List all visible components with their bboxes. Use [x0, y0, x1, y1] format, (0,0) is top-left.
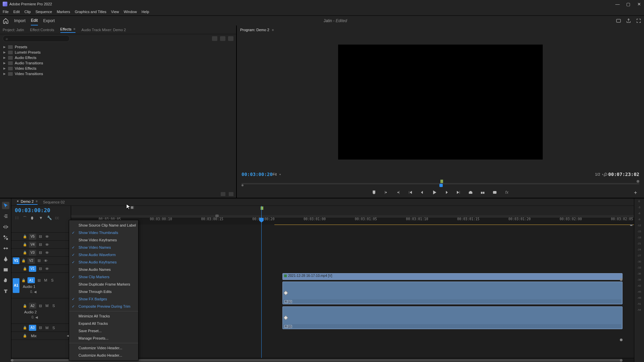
settings-wrench-icon[interactable]: [603, 172, 608, 177]
marker-flag-icon[interactable]: ▼: [39, 216, 44, 220]
captions-icon[interactable]: cc: [55, 216, 60, 220]
sequence-tab-seq02[interactable]: Sequence 02: [43, 200, 65, 204]
source-patch-v1[interactable]: V1: [13, 257, 19, 264]
maximize-button[interactable]: ▢: [626, 2, 631, 6]
panel-menu-icon[interactable]: ≡: [272, 28, 274, 32]
32bit-badge-icon[interactable]: [220, 36, 225, 41]
go-to-in-button[interactable]: [408, 190, 413, 195]
menu-item[interactable]: Show Video Keyframes: [69, 236, 138, 244]
workspace-tab-export[interactable]: Export: [43, 16, 55, 25]
out-point-handle[interactable]: [630, 225, 633, 226]
keyframe-icon[interactable]: [283, 315, 288, 320]
close-icon[interactable]: ×: [17, 199, 19, 203]
quick-export-icon[interactable]: [616, 18, 621, 23]
menu-graphics[interactable]: Graphics and Titles: [75, 10, 106, 14]
menu-item[interactable]: ✓Show Video Thumbnails: [69, 229, 138, 236]
tree-item-presets[interactable]: ▶Presets: [0, 44, 236, 50]
lock-icon[interactable]: 🔒: [22, 251, 28, 254]
snap-icon[interactable]: ⸽⸽: [15, 216, 19, 220]
extract-button[interactable]: [480, 190, 485, 195]
menu-item[interactable]: Minimize All Tracks: [69, 312, 138, 320]
track-target[interactable]: A2: [29, 303, 36, 309]
workspace-tab-edit[interactable]: Edit: [31, 16, 38, 25]
resolution-select[interactable]: 1/2▾: [595, 172, 603, 176]
menu-item[interactable]: Show Through Edits: [69, 288, 138, 295]
lock-icon[interactable]: 🔒: [22, 267, 28, 270]
slip-tool[interactable]: [2, 245, 9, 252]
linked-selection-icon[interactable]: ⌒: [23, 216, 28, 220]
track-name[interactable]: Audio 2: [24, 310, 71, 314]
track-select-tool[interactable]: [2, 213, 9, 220]
lock-icon[interactable]: 🔒: [22, 304, 28, 308]
hand-tool[interactable]: [2, 277, 9, 284]
button-editor-icon[interactable]: +: [634, 190, 639, 195]
video-clip[interactable]: 2021-12-28 16-17-10.mp4 [V]: [282, 273, 623, 280]
menu-sequence[interactable]: Sequence: [36, 10, 52, 14]
work-area-handle[interactable]: [215, 215, 219, 217]
sync-lock-icon[interactable]: ⊟: [38, 325, 43, 330]
toggle-output-icon[interactable]: 👁: [44, 251, 50, 255]
mark-in-button[interactable]: [383, 190, 389, 195]
timeline-settings-wrench-icon[interactable]: 🔧: [47, 216, 52, 220]
tree-item-video-transitions[interactable]: ▶Video Transitions: [0, 71, 236, 76]
track-target[interactable]: A1: [28, 277, 35, 283]
sync-lock-icon[interactable]: ⊟: [38, 304, 43, 308]
add-marker-icon[interactable]: ⬮: [31, 216, 36, 220]
home-icon[interactable]: [3, 18, 9, 24]
scrollbar-handle[interactable]: [620, 339, 623, 341]
keyframe-nav-icon[interactable]: ◀: [35, 315, 38, 319]
toggle-output-icon[interactable]: 👁: [44, 235, 50, 239]
lift-button[interactable]: [468, 190, 473, 195]
timeline-timecode[interactable]: 00:03:00:20: [15, 207, 67, 214]
toggle-output-icon[interactable]: 👁: [44, 267, 50, 271]
step-forward-button[interactable]: [444, 190, 449, 195]
tab-effects[interactable]: Effects≡: [60, 27, 75, 33]
yuv-badge-icon[interactable]: [228, 36, 233, 41]
toggle-output-icon[interactable]: 👁: [44, 243, 50, 247]
tab-project[interactable]: Project: Jatin: [3, 28, 24, 32]
menu-item[interactable]: Show Audio Names: [69, 266, 138, 273]
keyframe-icon[interactable]: [283, 291, 288, 295]
track-name[interactable]: Audio 1: [23, 285, 71, 289]
menu-item[interactable]: ✓Show Audio Waveform: [69, 251, 138, 258]
menu-item[interactable]: Expand All Tracks: [69, 320, 138, 327]
menu-item[interactable]: ✓Show Audio Keyframes: [69, 258, 138, 266]
menu-help[interactable]: Help: [142, 10, 149, 14]
menu-item[interactable]: ✓Show FX Badges: [69, 295, 138, 303]
menu-file[interactable]: File: [3, 10, 9, 14]
comparison-button[interactable]: fx: [504, 190, 509, 195]
mark-out-button[interactable]: [395, 190, 401, 195]
scrollbar-handle[interactable]: [620, 278, 623, 281]
solo-icon[interactable]: S: [51, 326, 56, 330]
go-to-out-button[interactable]: [456, 190, 461, 195]
play-button[interactable]: [432, 190, 437, 195]
solo-icon[interactable]: S: [50, 278, 55, 282]
audio-clip-1[interactable]: R (1): [282, 282, 623, 304]
tab-audio-mixer[interactable]: Audio Track Mixer: Demo 2: [82, 28, 126, 32]
playhead-icon[interactable]: [439, 184, 443, 187]
delete-icon[interactable]: [229, 192, 233, 196]
marker-icon[interactable]: [440, 180, 443, 183]
tree-item-video-effects[interactable]: ▶Video Effects: [0, 66, 236, 71]
menu-edit[interactable]: Edit: [13, 10, 20, 14]
accelerated-badge-icon[interactable]: [212, 36, 217, 41]
zoom-select[interactable]: Fit▾: [273, 172, 281, 176]
sync-lock-icon[interactable]: ⊟: [38, 250, 43, 255]
mute-icon[interactable]: M: [44, 304, 50, 308]
tracks-area[interactable]: 2021-12-28 16-17-10.mp4 [V] R (1) R (2): [71, 225, 634, 358]
menu-item[interactable]: Manage Presets...: [69, 335, 138, 342]
toggle-output-icon[interactable]: 👁: [43, 259, 48, 263]
close-button[interactable]: ✕: [637, 2, 641, 6]
menu-item[interactable]: Save Preset...: [69, 327, 138, 335]
program-monitor[interactable]: [237, 34, 644, 170]
menu-item[interactable]: Customize Audio Header...: [69, 352, 138, 359]
menu-item[interactable]: ✓Composite Preview During Trim: [69, 303, 138, 310]
track-target[interactable]: V2: [28, 258, 35, 264]
menu-item[interactable]: Show Duplicate Frame Markers: [69, 281, 138, 288]
track-name-mix[interactable]: Mix: [31, 334, 37, 338]
program-timecode[interactable]: 00:03:00:20: [241, 172, 273, 177]
new-bin-icon[interactable]: [221, 192, 225, 196]
rectangle-tool[interactable]: [2, 266, 9, 274]
share-icon[interactable]: [626, 18, 631, 23]
menu-markers[interactable]: Markers: [57, 10, 70, 14]
